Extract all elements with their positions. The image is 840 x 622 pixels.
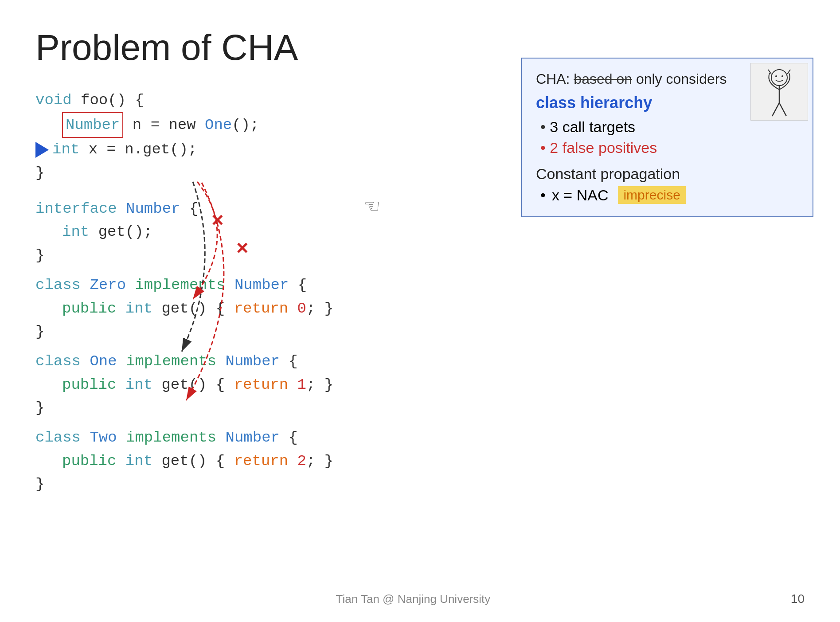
svg-line-7 [779, 103, 786, 116]
svg-point-0 [771, 70, 787, 86]
brace-close4: } [35, 396, 44, 420]
kw-int1: int [52, 138, 79, 161]
footer-credit: Tian Tan @ Nanjing University [336, 592, 491, 606]
code-semi1: ; } [306, 297, 333, 321]
brace-open-interface: { [189, 197, 198, 221]
cp-formula: x = NAC [552, 187, 609, 204]
code-get-two: get() { [161, 450, 225, 473]
code-zero-val: 0 [297, 297, 306, 321]
kw-implements3: implements [126, 426, 216, 450]
brace-close5: } [35, 473, 44, 496]
code-line-zero-get: public int get() { return 0 ; } [62, 297, 381, 321]
blank3 [35, 344, 381, 350]
kw-public3: public [62, 450, 116, 473]
brace-close2: } [35, 244, 44, 267]
code-number-boxed: Number [62, 112, 123, 138]
kw-int3: int [125, 297, 152, 321]
bullet-dot-cp: • [540, 187, 546, 204]
code-line-two-get: public int get() { return 2 ; } [62, 450, 381, 473]
kw-interface: interface [35, 197, 117, 221]
kw-return2: return [234, 373, 288, 397]
cp-bullet: • x = NAC imprecise [540, 186, 798, 204]
kw-class1: class [35, 274, 81, 297]
code-line-close4: } [35, 396, 381, 420]
code-foo: foo() { [81, 89, 144, 112]
brace-zero: { [298, 274, 307, 297]
code-Number-interface: Number [126, 197, 180, 221]
code-line-get: int x = n.get(); [35, 138, 381, 161]
blank4 [35, 420, 381, 426]
code-line-two: class Two implements Number { [35, 426, 381, 450]
blank1 [35, 185, 381, 197]
code-line-close3: } [35, 320, 381, 344]
code-line-one-get: public int get() { return 1 ; } [62, 373, 381, 397]
code-get-one: get() { [161, 373, 225, 397]
cha-label: CHA: [536, 71, 574, 87]
code-x-get: x = n.get(); [89, 138, 197, 161]
page-number: 10 [791, 592, 805, 606]
kw-class3: class [35, 426, 81, 450]
code-Number-one: Number [226, 350, 280, 373]
svg-point-4 [781, 75, 783, 77]
brace-two: { [289, 426, 297, 450]
slide-container: Problem of CHA void foo() { Number n = n… [0, 0, 840, 622]
code-two-val: 2 [297, 450, 306, 473]
code-paren: (); [232, 113, 259, 137]
svg-line-6 [772, 103, 779, 116]
info-box: CHA: based on only considers class hiera… [521, 58, 813, 217]
code-line-close2: } [35, 244, 381, 267]
kw-int5: int [125, 450, 152, 473]
code-one-val: 1 [297, 373, 306, 397]
kw-class2: class [35, 350, 81, 373]
brace-close1: } [35, 161, 44, 185]
kw-implements1: implements [135, 274, 225, 297]
kw-return1: return [234, 297, 288, 321]
code-One-class: One [90, 350, 117, 373]
only-considers: only considers [636, 71, 727, 87]
code-line-interface: interface Number { [35, 197, 381, 221]
code-line-number: Number n = new One (); [62, 112, 381, 138]
kw-public2: public [62, 373, 116, 397]
code-Two-class: Two [90, 426, 117, 450]
code-one: One [205, 113, 232, 137]
kw-int4: int [125, 373, 152, 397]
constant-propagation-title: Constant propagation [536, 165, 798, 183]
code-Number-two: Number [226, 426, 280, 450]
jackie-chan-image [750, 63, 808, 121]
code-get-zero: get() { [161, 297, 225, 321]
kw-public1: public [62, 297, 116, 321]
code-n-new: n = new [123, 113, 205, 137]
code-line-intget: int get(); [62, 220, 381, 244]
bullet-false-positives: 2 false positives [540, 139, 798, 156]
code-semi3: ; } [306, 450, 333, 473]
kw-int2: int [62, 220, 89, 244]
code-line-close1: } [35, 161, 381, 185]
code-get-decl: get(); [98, 220, 152, 244]
footer: Tian Tan @ Nanjing University 10 [35, 592, 805, 606]
brace-one: { [289, 350, 297, 373]
based-on-strikethrough: based on [574, 71, 632, 87]
kw-void: void [35, 89, 72, 112]
code-line-zero: class Zero implements Number { [35, 274, 381, 297]
kw-return3: return [234, 450, 288, 473]
code-Number-zero: Number [234, 274, 289, 297]
imprecise-label: imprecise [618, 186, 685, 204]
jackie-svg [753, 65, 806, 118]
cursor-hand-icon: ☜ [363, 195, 380, 217]
code-line-foo: void foo() { [35, 89, 381, 112]
code-area: void foo() { Number n = new One (); int … [35, 89, 381, 496]
brace-close3: } [35, 320, 44, 344]
blank2 [35, 267, 381, 274]
info-bullets: 3 call targets 2 false positives [540, 118, 798, 156]
blue-arrow-icon [35, 142, 49, 158]
code-line-close5: } [35, 473, 381, 496]
code-line-one: class One implements Number { [35, 350, 381, 373]
code-semi2: ; } [306, 373, 333, 397]
bullet-call-targets: 3 call targets [540, 118, 798, 136]
code-Zero: Zero [90, 274, 126, 297]
kw-implements2: implements [126, 350, 216, 373]
svg-point-3 [775, 75, 777, 77]
